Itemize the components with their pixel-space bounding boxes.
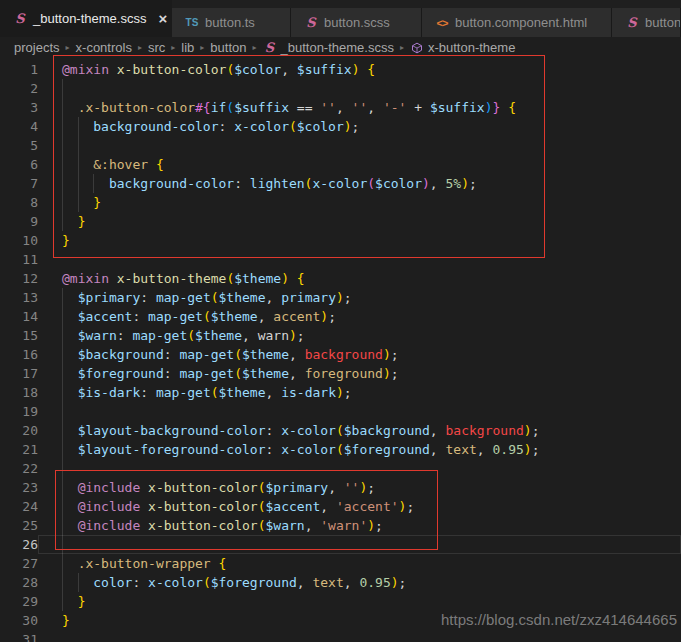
line-number[interactable]: 30 (0, 611, 38, 630)
code-line[interactable]: $background: map-get($theme, background)… (38, 345, 681, 364)
line-number[interactable]: 9 (0, 212, 38, 231)
line-number[interactable]: 2 (0, 79, 38, 98)
token: , (305, 518, 321, 533)
code-line[interactable]: $accent: map-get($theme, accent); (38, 307, 681, 326)
code-line[interactable]: } (38, 592, 681, 611)
token: $color (375, 176, 422, 191)
code-line[interactable] (38, 79, 681, 98)
code-line-row: 15 $warn: map-get($theme, warn); (0, 326, 681, 345)
line-number[interactable]: 19 (0, 402, 38, 421)
code-line[interactable]: @mixin x-button-color($color, $suffix) { (38, 60, 681, 79)
token: ) (383, 347, 391, 362)
code-line[interactable]: $warn: map-get($theme, warn); (38, 326, 681, 345)
token: map-get (148, 309, 203, 324)
line-number[interactable]: 20 (0, 421, 38, 440)
code-line[interactable]: $is-dark: map-get($theme, is-dark); (38, 383, 681, 402)
line-number[interactable]: 1 (0, 60, 38, 79)
token: background (446, 423, 524, 438)
line-number[interactable]: 10 (0, 231, 38, 250)
code-line[interactable]: $layout-foreground-color: x-color($foreg… (38, 440, 681, 459)
code-line[interactable]: $layout-background-color: x-color($backg… (38, 421, 681, 440)
code-line[interactable] (38, 630, 681, 642)
indent-guide (62, 174, 78, 193)
code-line[interactable]: } (38, 212, 681, 231)
indent-guide (78, 155, 94, 174)
close-icon[interactable]: × (158, 10, 167, 27)
line-number[interactable]: 25 (0, 516, 38, 535)
line-number[interactable]: 27 (0, 554, 38, 573)
code-line[interactable] (38, 535, 681, 554)
tab-_button-theme.scss[interactable]: S_button-theme.scss× (0, 0, 172, 37)
tab-button.scss[interactable]: Sbutton.scss (291, 8, 422, 37)
token: ; (344, 385, 352, 400)
code-line[interactable]: background-color: lighten(x-color($color… (38, 174, 681, 193)
code-editor[interactable]: 1@mixin x-button-color($color, $suffix) … (0, 57, 681, 642)
breadcrumb-item-_button-theme.scss[interactable]: S_button-theme.scss (262, 40, 393, 55)
token: ( (203, 309, 211, 324)
tab-label: _button-theme.scss (33, 11, 146, 26)
token: accent (273, 309, 320, 324)
breadcrumb-item-src[interactable]: src (148, 40, 165, 55)
token: $theme (242, 366, 289, 381)
line-number[interactable]: 17 (0, 364, 38, 383)
code-line[interactable]: @include x-button-color($warn, 'warn'); (38, 516, 681, 535)
line-number[interactable]: 7 (0, 174, 38, 193)
line-number[interactable]: 3 (0, 98, 38, 117)
line-number[interactable]: 15 (0, 326, 38, 345)
token: 'warn' (320, 518, 367, 533)
token: : (132, 309, 148, 324)
line-number[interactable]: 22 (0, 459, 38, 478)
token: ) (461, 176, 469, 191)
breadcrumb-item-x-button-theme[interactable]: x-button-theme (410, 40, 515, 55)
line-number[interactable]: 8 (0, 193, 38, 212)
line-number[interactable]: 23 (0, 478, 38, 497)
line-number[interactable]: 14 (0, 307, 38, 326)
code-line[interactable] (38, 136, 681, 155)
token: 0.95 (492, 442, 523, 457)
breadcrumb-item-x-controls[interactable]: x-controls (76, 40, 132, 55)
code-line[interactable]: .x-button-wrapper { (38, 554, 681, 573)
tab-button[interactable]: Sbutton (612, 8, 681, 37)
tab-button.component.html[interactable]: <>button.component.html (422, 8, 612, 37)
code-line[interactable] (38, 250, 681, 269)
code-line[interactable]: } (38, 231, 681, 250)
token: , (344, 575, 360, 590)
line-number[interactable]: 29 (0, 592, 38, 611)
line-number[interactable]: 28 (0, 573, 38, 592)
code-line[interactable]: background-color: x-color($color); (38, 117, 681, 136)
code-line[interactable] (38, 459, 681, 478)
line-number[interactable]: 13 (0, 288, 38, 307)
token: $layout-background-color (78, 423, 266, 438)
code-line[interactable]: @include x-button-color($accent, 'accent… (38, 497, 681, 516)
line-number[interactable]: 12 (0, 269, 38, 288)
tab-button.ts[interactable]: TSbutton.ts (172, 8, 291, 37)
code-line[interactable]: .x-button-color#{if($suffix == '', '', '… (38, 98, 681, 117)
breadcrumb-item-lib[interactable]: lib (181, 40, 194, 55)
breadcrumb-item-projects[interactable]: projects (14, 40, 60, 55)
code-line[interactable]: $primary: map-get($theme, primary); (38, 288, 681, 307)
line-number[interactable]: 26 (0, 535, 38, 554)
line-number[interactable]: 5 (0, 136, 38, 155)
code-line[interactable]: } (38, 193, 681, 212)
code-line[interactable]: @include x-button-color($primary, ''); (38, 478, 681, 497)
breadcrumb-item-button[interactable]: button (210, 40, 246, 55)
line-number[interactable]: 21 (0, 440, 38, 459)
line-number[interactable]: 6 (0, 155, 38, 174)
code-line-row: 6 &:hover { (0, 155, 681, 174)
line-number[interactable]: 4 (0, 117, 38, 136)
token: @mixin (62, 271, 117, 286)
code-line[interactable]: @mixin x-button-theme($theme) { (38, 269, 681, 288)
indent-guide (62, 212, 78, 231)
code-line[interactable] (38, 402, 681, 421)
indent-guide (62, 117, 78, 136)
code-line[interactable]: $foreground: map-get($theme, foreground)… (38, 364, 681, 383)
line-number[interactable]: 18 (0, 383, 38, 402)
code-line-row: 28 color: x-color($foreground, text, 0.9… (0, 573, 681, 592)
indent-guide (62, 79, 78, 98)
line-number[interactable]: 11 (0, 250, 38, 269)
line-number[interactable]: 24 (0, 497, 38, 516)
code-line[interactable]: &:hover { (38, 155, 681, 174)
code-line[interactable]: color: x-color($foreground, text, 0.95); (38, 573, 681, 592)
line-number[interactable]: 16 (0, 345, 38, 364)
line-number[interactable]: 31 (0, 630, 38, 642)
